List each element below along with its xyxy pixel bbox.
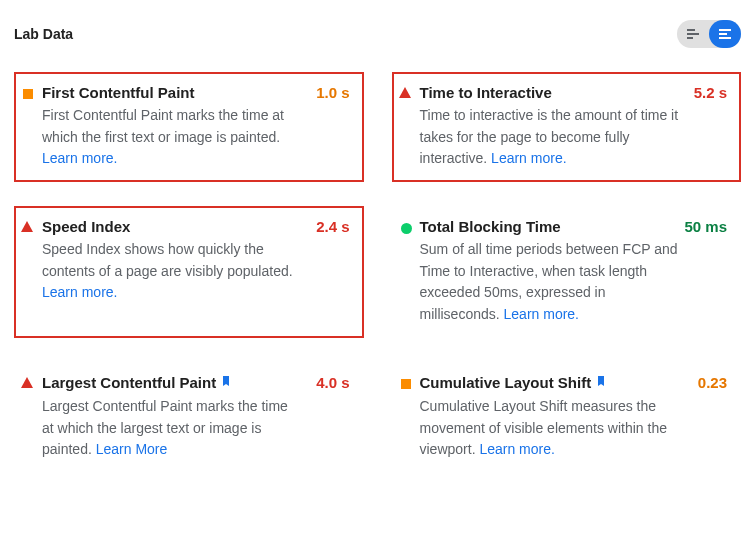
metric-description: Time to interactive is the amount of tim… (420, 105, 680, 170)
view-compact-button[interactable] (677, 20, 709, 48)
view-toggle (677, 20, 741, 48)
metric-description: Sum of all time periods between FCP and … (420, 239, 680, 326)
header: Lab Data (14, 20, 741, 48)
learn-more-link[interactable]: Learn more. (42, 284, 117, 300)
status-warn-icon (23, 89, 33, 99)
metric-description: Largest Contentful Paint marks the time … (42, 396, 302, 461)
learn-more-link[interactable]: Learn more. (42, 150, 117, 166)
metric-title: Cumulative Layout Shift (420, 374, 592, 391)
lines-icon (687, 28, 699, 40)
status-warn-icon (401, 379, 411, 389)
metric-cls: Cumulative Layout Shift0.23Cumulative La… (392, 362, 742, 473)
status-bad-icon (21, 377, 33, 388)
metric-value: 5.2 s (684, 84, 727, 101)
learn-more-link[interactable]: Learn More (96, 441, 168, 457)
metric-value: 2.4 s (306, 218, 349, 235)
metric-value: 4.0 s (306, 374, 349, 391)
learn-more-link[interactable]: Learn more. (491, 150, 566, 166)
metrics-grid: First Contentful Paint1.0 sFirst Content… (14, 72, 741, 473)
metric-tti: Time to Interactive5.2 sTime to interact… (392, 72, 742, 182)
bookmark-icon (595, 374, 607, 392)
status-bad-icon (21, 221, 33, 232)
status-bad-icon (399, 87, 411, 98)
metric-title: Total Blocking Time (420, 218, 561, 235)
lines-icon (719, 28, 731, 40)
metric-title: Time to Interactive (420, 84, 552, 101)
metric-si: Speed Index2.4 sSpeed Index shows how qu… (14, 206, 364, 338)
section-title: Lab Data (14, 26, 73, 42)
metric-title: Speed Index (42, 218, 130, 235)
bookmark-icon (220, 374, 232, 392)
status-good-icon (401, 223, 412, 234)
metric-description: Speed Index shows how quickly the conten… (42, 239, 302, 304)
learn-more-link[interactable]: Learn more. (504, 306, 579, 322)
metric-title: Largest Contentful Paint (42, 374, 216, 391)
view-expanded-button[interactable] (709, 20, 741, 48)
metric-fcp: First Contentful Paint1.0 sFirst Content… (14, 72, 364, 182)
metric-tbt: Total Blocking Time50 msSum of all time … (392, 206, 742, 338)
metric-value: 50 ms (674, 218, 727, 235)
learn-more-link[interactable]: Learn more. (479, 441, 554, 457)
metric-description: First Contentful Paint marks the time at… (42, 105, 302, 170)
metric-lcp: Largest Contentful Paint4.0 sLargest Con… (14, 362, 364, 473)
metric-value: 0.23 (688, 374, 727, 391)
metric-title: First Contentful Paint (42, 84, 195, 101)
metric-description: Cumulative Layout Shift measures the mov… (420, 396, 680, 461)
metric-value: 1.0 s (306, 84, 349, 101)
